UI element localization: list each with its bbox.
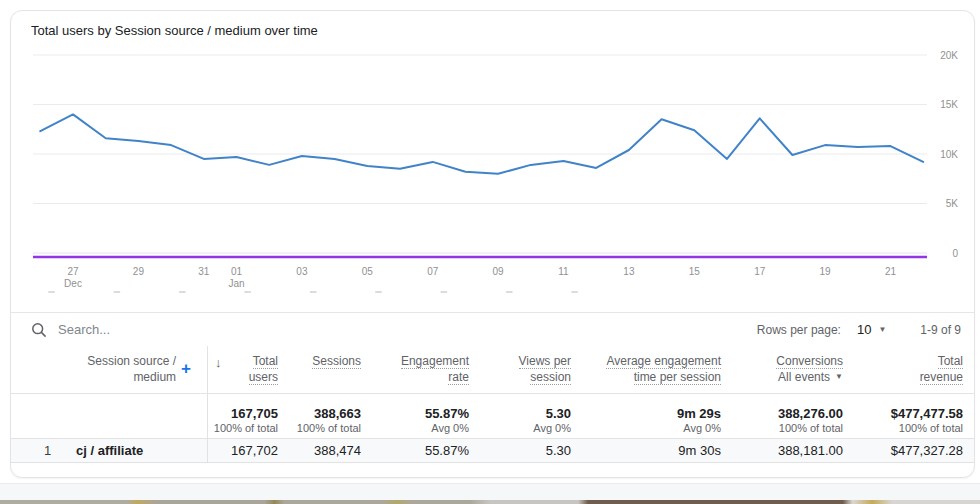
metric-column-header[interactable]: ConversionsAll events▼ bbox=[721, 346, 843, 385]
rows-per-page-select[interactable]: 10 ▼ bbox=[857, 322, 886, 337]
table-cell: 388,474 bbox=[278, 439, 361, 463]
chart-line-total-users bbox=[40, 114, 923, 173]
caret-down-icon: ▼ bbox=[835, 369, 843, 385]
faded-dash bbox=[506, 291, 513, 293]
x-axis-tick: 19 bbox=[820, 266, 832, 277]
pagination-controls: Rows per page: 10 ▼ 1-9 of 9 bbox=[757, 322, 961, 337]
table-row[interactable]: 1cj / affiliate167,702388,47455.87%5.309… bbox=[11, 438, 974, 463]
y-axis-label: 10K bbox=[940, 149, 958, 160]
table-cell: 55.87% bbox=[361, 439, 469, 463]
x-axis-tick: 13 bbox=[623, 266, 635, 277]
x-axis-tick: 03 bbox=[296, 266, 308, 277]
faded-dash bbox=[440, 291, 447, 293]
rows-per-page-value: 10 bbox=[857, 322, 871, 337]
faded-dash bbox=[244, 291, 251, 293]
totals-cell: 5.30Avg 0% bbox=[469, 395, 571, 436]
x-axis-tick: 05 bbox=[362, 266, 374, 277]
row-index: 1 bbox=[44, 439, 51, 463]
totals-row: 167,705100% of total388,663100% of total… bbox=[11, 395, 974, 438]
metric-column-header[interactable]: Average engagementtime per session bbox=[571, 346, 721, 385]
metric-column-header[interactable]: Views persession bbox=[469, 346, 571, 385]
pagination-range: 1-9 of 9 bbox=[920, 323, 961, 337]
x-axis-tick: 09 bbox=[493, 266, 505, 277]
add-dimension-icon[interactable]: + bbox=[181, 359, 191, 379]
x-axis-tick: 29 bbox=[133, 266, 145, 277]
row-dimension: cj / affiliate bbox=[76, 439, 143, 463]
rows-per-page-label: Rows per page: bbox=[757, 323, 841, 337]
events-filter-dropdown[interactable]: All events▼ bbox=[778, 369, 843, 385]
x-axis-tick-month: Jan bbox=[228, 278, 244, 289]
faded-dash bbox=[113, 291, 120, 293]
metric-column-header[interactable]: Sessions bbox=[278, 346, 361, 385]
y-axis-label: 20K bbox=[940, 50, 958, 61]
dimension-column-header[interactable]: Session source / medium + bbox=[11, 353, 207, 385]
report-card: Total users by Session source / medium o… bbox=[10, 10, 975, 478]
totals-cell: 167,705100% of total bbox=[207, 395, 278, 436]
caret-down-icon: ▼ bbox=[878, 325, 886, 334]
line-chart[interactable]: 20K15K10K5K027Dec293101Jan03050709111315… bbox=[11, 11, 976, 311]
table-header-row: Session source / medium + ↓ TotalusersSe… bbox=[11, 346, 974, 394]
page-background-band bbox=[0, 483, 980, 500]
table-cell: $477,327.28 bbox=[843, 439, 963, 463]
search-box[interactable]: Search... bbox=[31, 322, 110, 338]
x-axis-tick: 11 bbox=[558, 266, 569, 277]
x-axis-tick: 31 bbox=[198, 266, 210, 277]
x-axis-tick: 15 bbox=[689, 266, 701, 277]
y-axis-label: 0 bbox=[952, 248, 958, 259]
totals-cell: 388,276.00100% of total bbox=[721, 395, 843, 436]
totals-cell: 388,663100% of total bbox=[278, 395, 361, 436]
faded-dash bbox=[179, 291, 186, 293]
faded-dash bbox=[48, 291, 55, 293]
x-axis-tick-month: Dec bbox=[64, 278, 82, 289]
totals-cell: $477,477.58100% of total bbox=[843, 395, 963, 436]
table-cell: 5.30 bbox=[469, 439, 571, 463]
metric-column-header[interactable]: Totalusers bbox=[207, 346, 278, 385]
x-axis-tick: 21 bbox=[885, 266, 897, 277]
faded-dash bbox=[310, 291, 317, 293]
x-axis-tick: 27 bbox=[67, 266, 79, 277]
y-axis-label: 5K bbox=[946, 198, 959, 209]
search-icon bbox=[31, 322, 47, 338]
x-axis-tick: 01 bbox=[231, 266, 243, 277]
faded-dash bbox=[375, 291, 382, 293]
x-axis-tick: 07 bbox=[427, 266, 439, 277]
dimension-header-label: Session source / medium bbox=[87, 353, 176, 385]
y-axis-label: 15K bbox=[940, 99, 958, 110]
table-cell: 167,702 bbox=[207, 439, 278, 463]
column-divider bbox=[207, 346, 208, 463]
table-cell: 9m 30s bbox=[571, 439, 721, 463]
table-toolbar: Search... Rows per page: 10 ▼ 1-9 of 9 bbox=[11, 312, 974, 346]
totals-cell: 9m 29sAvg 0% bbox=[571, 395, 721, 436]
cropped-content-strip bbox=[0, 500, 980, 504]
faded-dash bbox=[571, 291, 578, 293]
search-input[interactable]: Search... bbox=[58, 322, 110, 337]
table-cell: 388,181.00 bbox=[721, 439, 843, 463]
metric-column-header[interactable]: Totalrevenue bbox=[843, 346, 963, 385]
x-axis-tick: 17 bbox=[754, 266, 766, 277]
metric-column-header[interactable]: Engagementrate bbox=[361, 346, 469, 385]
totals-cell: 55.87%Avg 0% bbox=[361, 395, 469, 436]
